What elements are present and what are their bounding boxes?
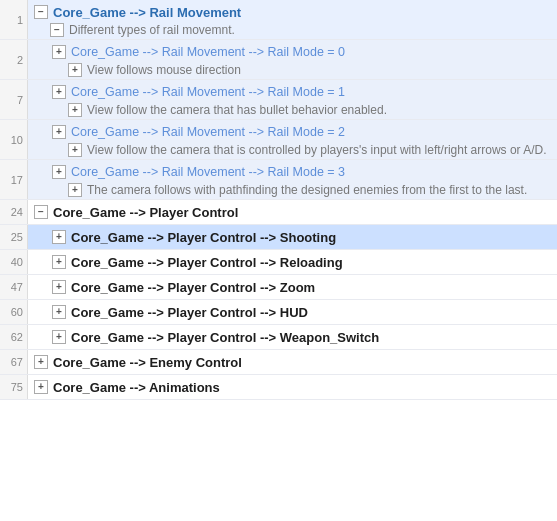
sub-expand-icon[interactable]: + bbox=[68, 183, 82, 197]
row-sub-label: View follow the camera that is controlle… bbox=[87, 143, 547, 157]
row-content: +Core_Game --> Player Control --> Zoom bbox=[28, 275, 557, 299]
row-main: +Core_Game --> Rail Movement --> Rail Mo… bbox=[52, 82, 553, 102]
row-sub-label: Different types of rail movemnt. bbox=[69, 23, 235, 37]
row-main: +Core_Game --> Player Control --> Weapon… bbox=[52, 327, 553, 347]
row-content: +Core_Game --> Rail Movement --> Rail Mo… bbox=[28, 80, 557, 119]
row-label: Core_Game --> Rail Movement --> Rail Mod… bbox=[71, 85, 345, 99]
tree-row[interactable]: 7+Core_Game --> Rail Movement --> Rail M… bbox=[0, 80, 557, 120]
line-number: 7 bbox=[0, 80, 28, 119]
expand-icon[interactable]: + bbox=[52, 45, 66, 59]
row-content: +Core_Game --> Player Control --> Reload… bbox=[28, 250, 557, 274]
line-number: 25 bbox=[0, 225, 28, 249]
row-label: Core_Game --> Player Control bbox=[53, 205, 238, 220]
expand-icon[interactable]: + bbox=[52, 85, 66, 99]
tree-row[interactable]: 17+Core_Game --> Rail Movement --> Rail … bbox=[0, 160, 557, 200]
tree-row[interactable]: 25+Core_Game --> Player Control --> Shoo… bbox=[0, 225, 557, 250]
row-label: Core_Game --> Animations bbox=[53, 380, 220, 395]
row-content: +Core_Game --> Player Control --> Shooti… bbox=[28, 225, 557, 249]
row-content: +Core_Game --> Enemy Control bbox=[28, 350, 557, 374]
collapse-icon[interactable]: − bbox=[34, 5, 48, 19]
expand-icon[interactable]: + bbox=[52, 305, 66, 319]
row-content: +Core_Game --> Animations bbox=[28, 375, 557, 399]
tree-row[interactable]: 10+Core_Game --> Rail Movement --> Rail … bbox=[0, 120, 557, 160]
row-main: +Core_Game --> Rail Movement --> Rail Mo… bbox=[52, 42, 553, 62]
row-sub-label: The camera follows with pathfinding the … bbox=[87, 183, 527, 197]
tree-row[interactable]: 75+Core_Game --> Animations bbox=[0, 375, 557, 400]
row-main: −Core_Game --> Player Control bbox=[34, 202, 553, 222]
tree-row[interactable]: 2+Core_Game --> Rail Movement --> Rail M… bbox=[0, 40, 557, 80]
expand-icon[interactable]: + bbox=[34, 380, 48, 394]
row-sub: +View follows mouse direction bbox=[52, 63, 553, 77]
row-content: +Core_Game --> Player Control --> Weapon… bbox=[28, 325, 557, 349]
row-label: Core_Game --> Player Control --> Weapon_… bbox=[71, 330, 379, 345]
row-label: Core_Game --> Player Control --> Reloadi… bbox=[71, 255, 343, 270]
row-main: +Core_Game --> Player Control --> Zoom bbox=[52, 277, 553, 297]
row-main: +Core_Game --> Rail Movement --> Rail Mo… bbox=[52, 162, 553, 182]
tree-container: 1−Core_Game --> Rail Movement−Different … bbox=[0, 0, 557, 400]
sub-expand-icon[interactable]: + bbox=[68, 103, 82, 117]
row-label: Core_Game --> Rail Movement --> Rail Mod… bbox=[71, 125, 345, 139]
sub-expand-icon[interactable]: + bbox=[68, 143, 82, 157]
line-number: 10 bbox=[0, 120, 28, 159]
row-label: Core_Game --> Rail Movement --> Rail Mod… bbox=[71, 45, 345, 59]
expand-icon[interactable]: + bbox=[52, 330, 66, 344]
row-main: +Core_Game --> Player Control --> HUD bbox=[52, 302, 553, 322]
expand-icon[interactable]: + bbox=[52, 230, 66, 244]
line-number: 60 bbox=[0, 300, 28, 324]
tree-row[interactable]: 67+Core_Game --> Enemy Control bbox=[0, 350, 557, 375]
row-main: +Core_Game --> Player Control --> Shooti… bbox=[52, 227, 553, 247]
row-content: +Core_Game --> Player Control --> HUD bbox=[28, 300, 557, 324]
row-label: Core_Game --> Rail Movement --> Rail Mod… bbox=[71, 165, 345, 179]
line-number: 24 bbox=[0, 200, 28, 224]
tree-row[interactable]: 24−Core_Game --> Player Control bbox=[0, 200, 557, 225]
expand-icon[interactable]: + bbox=[34, 355, 48, 369]
expand-icon[interactable]: + bbox=[52, 255, 66, 269]
row-label: Core_Game --> Player Control --> Zoom bbox=[71, 280, 315, 295]
collapse-icon[interactable]: − bbox=[34, 205, 48, 219]
row-main: +Core_Game --> Animations bbox=[34, 377, 553, 397]
row-main: +Core_Game --> Enemy Control bbox=[34, 352, 553, 372]
sub-expand-icon[interactable]: − bbox=[50, 23, 64, 37]
row-content: +Core_Game --> Rail Movement --> Rail Mo… bbox=[28, 120, 557, 159]
line-number: 62 bbox=[0, 325, 28, 349]
row-sub-label: View follows mouse direction bbox=[87, 63, 241, 77]
line-number: 47 bbox=[0, 275, 28, 299]
row-sub: −Different types of rail movemnt. bbox=[34, 23, 553, 37]
expand-icon[interactable]: + bbox=[52, 280, 66, 294]
row-label: Core_Game --> Player Control --> HUD bbox=[71, 305, 308, 320]
row-content: +Core_Game --> Rail Movement --> Rail Mo… bbox=[28, 40, 557, 79]
row-content: −Core_Game --> Player Control bbox=[28, 200, 557, 224]
row-content: −Core_Game --> Rail Movement−Different t… bbox=[28, 0, 557, 39]
row-sub: +The camera follows with pathfinding the… bbox=[52, 183, 553, 197]
row-label: Core_Game --> Rail Movement bbox=[53, 5, 241, 20]
row-main: +Core_Game --> Player Control --> Reload… bbox=[52, 252, 553, 272]
tree-row[interactable]: 47+Core_Game --> Player Control --> Zoom bbox=[0, 275, 557, 300]
line-number: 2 bbox=[0, 40, 28, 79]
line-number: 40 bbox=[0, 250, 28, 274]
row-label: Core_Game --> Player Control --> Shootin… bbox=[71, 230, 336, 245]
row-content: +Core_Game --> Rail Movement --> Rail Mo… bbox=[28, 160, 557, 199]
tree-row[interactable]: 60+Core_Game --> Player Control --> HUD bbox=[0, 300, 557, 325]
row-main: −Core_Game --> Rail Movement bbox=[34, 2, 553, 22]
row-sub: +View follow the camera that is controll… bbox=[52, 143, 553, 157]
line-number: 1 bbox=[0, 0, 28, 39]
sub-expand-icon[interactable]: + bbox=[68, 63, 82, 77]
tree-row[interactable]: 40+Core_Game --> Player Control --> Relo… bbox=[0, 250, 557, 275]
line-number: 67 bbox=[0, 350, 28, 374]
expand-icon[interactable]: + bbox=[52, 165, 66, 179]
row-label: Core_Game --> Enemy Control bbox=[53, 355, 242, 370]
row-sub: +View follow the camera that has bullet … bbox=[52, 103, 553, 117]
tree-row[interactable]: 1−Core_Game --> Rail Movement−Different … bbox=[0, 0, 557, 40]
expand-icon[interactable]: + bbox=[52, 125, 66, 139]
row-main: +Core_Game --> Rail Movement --> Rail Mo… bbox=[52, 122, 553, 142]
tree-row[interactable]: 62+Core_Game --> Player Control --> Weap… bbox=[0, 325, 557, 350]
line-number: 17 bbox=[0, 160, 28, 199]
line-number: 75 bbox=[0, 375, 28, 399]
row-sub-label: View follow the camera that has bullet b… bbox=[87, 103, 387, 117]
